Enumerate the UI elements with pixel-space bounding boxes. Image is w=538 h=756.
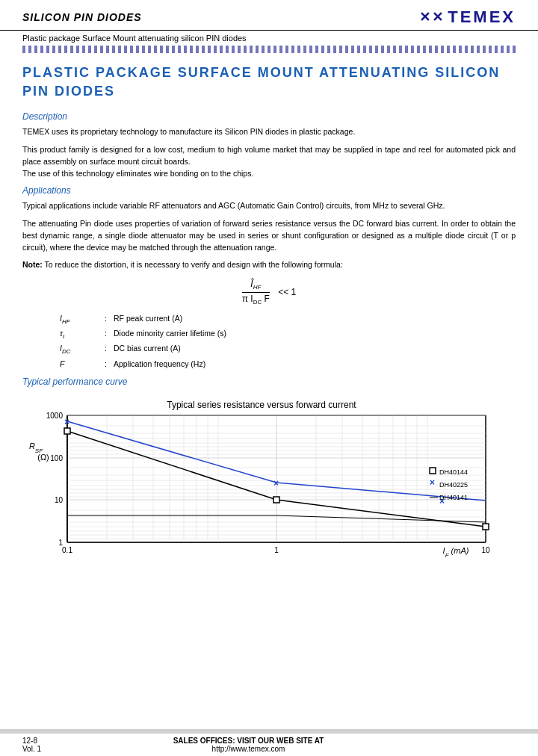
var-desc-f: Application frequency (Hz) bbox=[114, 359, 516, 370]
chart-title: Typical series resistance versus forward… bbox=[167, 400, 356, 410]
marker-dh40144-3 bbox=[483, 524, 489, 530]
note-text: Note: To reduce the distortion, it is ne… bbox=[22, 259, 516, 271]
marker-dh40144-1 bbox=[64, 428, 70, 434]
var-colon-1: : bbox=[105, 313, 114, 326]
formula: ÎHF π IDC F << 1 bbox=[22, 279, 516, 306]
page: SILICON PIN DIODES ✕✕ TEMEX Plastic pack… bbox=[0, 0, 538, 756]
footer-content: 12-8 Vol. 1 SALES OFFICES: VISIT OUR WEB… bbox=[0, 734, 538, 756]
legend-box-dh40144 bbox=[430, 468, 436, 474]
footer: 12-8 Vol. 1 SALES OFFICES: VISIT OUR WEB… bbox=[0, 729, 538, 756]
var-row-idc: IDC : DC bias current (A) bbox=[60, 343, 516, 356]
var-desc-ihf: RF peak current (A) bbox=[114, 313, 516, 326]
marker-dh40225-1: × bbox=[64, 417, 69, 427]
applications-para-2: The attenuating Pin diode uses propertie… bbox=[22, 218, 516, 253]
x-axis-label: IF (mA) bbox=[443, 546, 469, 559]
x-tick-01: 0.1 bbox=[62, 546, 72, 554]
logo-text: TEMEX bbox=[448, 7, 516, 27]
description-para-1: TEMEX uses its proprietary technology to… bbox=[22, 126, 516, 138]
formula-result: << 1 bbox=[278, 287, 296, 297]
applications-para-1: Typical applications include variable RF… bbox=[22, 200, 516, 212]
x-tick-1: 1 bbox=[274, 546, 279, 554]
header: SILICON PIN DIODES ✕✕ TEMEX bbox=[0, 0, 538, 31]
var-symbol-tau: τI bbox=[60, 328, 105, 341]
var-colon-2: : bbox=[105, 328, 114, 341]
logo-icon: ✕✕ bbox=[419, 9, 445, 25]
main-content: PLASTIC PACKAGE SURFACE MOUNT ATTENUATIN… bbox=[0, 58, 538, 571]
section-applications-title: Applications bbox=[22, 185, 516, 196]
marker-dh40225-2: × bbox=[273, 478, 279, 489]
marker-dh40144-2 bbox=[273, 497, 279, 503]
footer-sales-line1: SALES OFFICES: VISIT OUR WEB SITE AT bbox=[173, 737, 324, 745]
var-colon-3: : bbox=[105, 343, 114, 356]
var-desc-idc: DC bias current (A) bbox=[114, 343, 516, 356]
formula-denominator: π IDC F bbox=[242, 294, 270, 306]
legend-label-dh40144: DH40144 bbox=[439, 468, 468, 476]
y-tick-10: 10 bbox=[55, 496, 64, 504]
performance-chart: Typical series resistance versus forward… bbox=[22, 393, 516, 565]
y-tick-100: 100 bbox=[50, 454, 63, 462]
var-colon-4: : bbox=[105, 359, 114, 370]
var-symbol-idc: IDC bbox=[60, 343, 105, 356]
var-row-f: F : Application frequency (Hz) bbox=[60, 359, 516, 370]
var-desc-tau: Diode minority carrier lifetime (s) bbox=[114, 328, 516, 341]
chart-section-title: Typical performance curve bbox=[22, 377, 516, 387]
var-symbol-f: F bbox=[60, 359, 105, 370]
variable-list: IHF : RF peak current (A) τI : Diode min… bbox=[60, 313, 516, 370]
legend-label-dh40225: DH40225 bbox=[439, 481, 468, 489]
header-subtitle: Plastic package Surface Mount attenuatin… bbox=[0, 31, 538, 44]
legend-label-dh40141: DH40141 bbox=[439, 494, 468, 501]
section-description-title: Description bbox=[22, 111, 516, 122]
y-tick-1000: 1000 bbox=[46, 412, 64, 420]
y-axis-unit: (Ω) bbox=[37, 453, 49, 462]
header-title: SILICON PIN DIODES bbox=[22, 11, 142, 23]
footer-sales-line2: http://www.temex.com bbox=[173, 745, 324, 753]
footer-page-info: 12-8 Vol. 1 bbox=[22, 737, 41, 753]
dot-divider bbox=[22, 46, 516, 53]
logo: ✕✕ TEMEX bbox=[419, 7, 516, 27]
description-para-2: This product family is designed for a lo… bbox=[22, 144, 516, 179]
main-title: PLASTIC PACKAGE SURFACE MOUNT ATTENUATIN… bbox=[22, 63, 516, 101]
footer-vol: Vol. 1 bbox=[22, 745, 41, 753]
formula-fraction: ÎHF π IDC F bbox=[242, 279, 270, 306]
legend-x-dh40225: × bbox=[430, 477, 435, 488]
var-symbol-ihf: IHF bbox=[60, 313, 105, 326]
var-row-ihf: IHF : RF peak current (A) bbox=[60, 313, 516, 326]
var-row-tau: τI : Diode minority carrier lifetime (s) bbox=[60, 328, 516, 341]
formula-numerator: ÎHF bbox=[242, 279, 270, 292]
chart-section: Typical performance curve Typical series… bbox=[22, 377, 516, 565]
footer-sales: SALES OFFICES: VISIT OUR WEB SITE AT htt… bbox=[173, 737, 324, 753]
footer-page-number: 12-8 bbox=[22, 737, 41, 745]
x-tick-10: 10 bbox=[481, 546, 490, 554]
